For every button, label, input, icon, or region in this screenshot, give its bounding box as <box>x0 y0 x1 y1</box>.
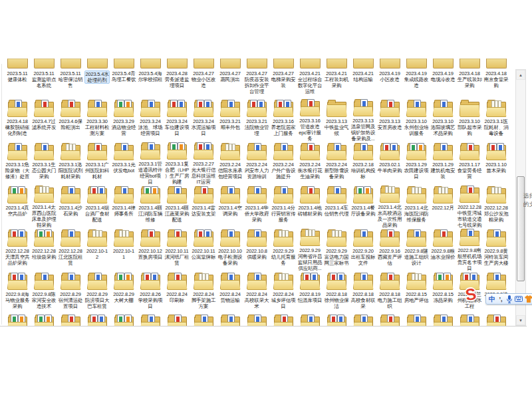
folder-item[interactable]: 2022.9.29 幼儿托育服 务 <box>270 228 297 271</box>
folder-item[interactable]: 2022.9.8粮 油水业报价 <box>430 228 456 271</box>
folder-item[interactable]: 2022.8.18 电力施工组 织 <box>376 271 403 315</box>
folder-item[interactable]: 2023.3.16 养老院居家 上门服务 <box>270 98 297 142</box>
scroll-down-arrow-icon[interactable]: ▼ <box>516 315 525 325</box>
folder-item[interactable]: 2023.2.24 信阳水库承 包经营项目 <box>217 142 243 185</box>
folder-item[interactable] <box>483 315 509 326</box>
ime-voice-button[interactable] <box>506 295 513 303</box>
folder-item[interactable]: 2023.1.4烟 台酒厂食材 配送 <box>84 185 110 228</box>
folder-item[interactable]: 2022.12.28 郑公沙发泡 棉采购 <box>483 185 509 228</box>
folder-item[interactable]: 2023.1.4丽 江蔬菜采购 配送 <box>164 185 190 228</box>
folder-item[interactable]: 2022.8.24 印刷标 <box>164 271 190 315</box>
folder-item[interactable]: 2022.8.24 货物运输 <box>217 271 243 315</box>
folder-item[interactable]: 2023.3.1光 伏发电bot <box>110 142 137 185</box>
folder-item[interactable] <box>270 315 297 326</box>
folder-item[interactable] <box>217 315 243 326</box>
folder-item[interactable]: 2023.5.4水 处理药剂 <box>84 59 110 98</box>
folder-item[interactable]: 2022.9.29 河南省许昌 监狱日用品 供应站商... <box>297 228 323 271</box>
folder-item[interactable] <box>403 315 430 326</box>
folder-item[interactable]: 2023.4.28 劳务派遣监 理项目 <box>164 59 190 98</box>
folder-item[interactable] <box>456 315 483 326</box>
folder-item[interactable]: 2023.1.29 农田建设项 目 <box>403 142 430 185</box>
ime-button-bar[interactable]: 中 ’, <box>485 293 532 305</box>
folder-item[interactable] <box>4 315 31 326</box>
folder-item[interactable] <box>31 315 57 326</box>
folder-item[interactable]: 2023.1.4太 原西山医院 床单及护理 鞋采购 <box>31 185 57 228</box>
folder-item[interactable]: 2022.9.8隧 道施工组织 设计 <box>403 228 430 271</box>
folder-item[interactable]: 2023.1.10 苗木采购 <box>483 142 509 185</box>
folder-item[interactable] <box>376 315 403 326</box>
folder-item[interactable]: 2022.10.8 供暖采购 <box>243 228 270 271</box>
folder-item[interactable] <box>350 315 376 326</box>
folder-item[interactable]: 2022.10.11 漯河纸厂租 赁 <box>164 228 190 271</box>
folder-item[interactable]: 2022.9.8陈 家河安全改 造技术 <box>31 271 57 315</box>
folder-item[interactable]: 2023.1.4丽 江消防车辆 维修 <box>137 185 164 228</box>
sogou-logo-icon[interactable]: S <box>464 285 478 305</box>
folder-item[interactable]: 2023.1.4真 空共晶炉 <box>4 185 31 228</box>
folder-item[interactable]: 2023.3.16 管道改造 epc审计服 务 <box>297 98 323 142</box>
folder-item[interactable]: 2022.8.18 徐州物业保 洁 <box>323 271 350 315</box>
folder-item[interactable]: 2023.3.24 水泥运输项 目 <box>190 98 217 142</box>
folder-item[interactable]: 2022.12.28 江北医院租 赁 <box>57 228 84 271</box>
folder-item[interactable]: 2023.2.18 培训机构投 标 <box>350 142 376 185</box>
folder-item[interactable]: 2023.3.21 法院物业管 理 <box>243 98 270 142</box>
folder-item[interactable] <box>84 315 110 326</box>
folder-item[interactable]: 2022.9.16 西藏资产评 估 <box>376 228 403 271</box>
folder-item[interactable]: 2023.3.10 洛阳玻璃艺 术品采购 <box>430 98 456 142</box>
folder-item[interactable]: 2022.8.19 恒温库项目 <box>297 271 323 315</box>
folder-item[interactable]: 2022.12.28 垃圾袋采购 <box>31 228 57 271</box>
folder-item[interactable]: 2023.4.21 全过程综合 数字化平台 运维 <box>297 59 323 98</box>
folder-item[interactable]: 2023.5.11 哈密保洁销 售 <box>57 59 84 98</box>
ime-keyboard-button[interactable] <box>515 295 523 303</box>
folder-item[interactable] <box>190 315 217 326</box>
folder-item[interactable]: 2023.1.4地 砖辅材采购 <box>297 185 323 228</box>
ime-toolbar[interactable]: S 中 ’, <box>462 285 532 309</box>
folder-item[interactable]: 2023.02.1 牛羊肉采购 <box>376 142 403 185</box>
ime-chinese-mode-button[interactable]: 中 <box>489 295 495 303</box>
folder-item[interactable]: 2023.4.27 电梯采购安 装 <box>270 59 297 98</box>
folder-item[interactable] <box>110 315 137 326</box>
folder-item[interactable]: 2023.4.19 小区改造 <box>376 59 403 98</box>
folder-item[interactable]: 2022.8.24 高校联采大 米 <box>243 271 270 315</box>
ime-punctuation-button[interactable]: ’, <box>497 295 504 303</box>
folder-item[interactable]: 2023.3.1广 州医院妇科 耗材 <box>84 142 110 185</box>
folder-item[interactable]: 2023.3.1洛 阳医院试剂 耗材采购 <box>57 142 84 185</box>
folder-item[interactable]: 2023.3.10 部队超市采 购 <box>456 98 483 142</box>
folder-item[interactable]: 2023.4.27 防疫器安装 拆卸作业平 台管理 <box>243 59 270 98</box>
folder-item[interactable]: 2023.4.21 工程装卸机 采购 <box>323 59 350 98</box>
folder-item[interactable] <box>57 315 84 326</box>
folder-item[interactable]: 2022.8.18 高校食材联 采 <box>350 271 376 315</box>
folder-item[interactable]: 2023.1.4律 师事务所 <box>110 185 137 228</box>
folder-item[interactable]: 2023.4.27 物业小区改 造 <box>190 59 217 98</box>
folder-item[interactable]: 2022.10.10 电子检测设 备采购 <box>217 228 243 271</box>
folder-item[interactable]: 2023.3.13 温泉管网及 锅炉加热设 备采购及... <box>350 98 376 142</box>
folder-item[interactable]: 2022.8.24 城乡评估项 目 <box>270 271 297 315</box>
folder-item[interactable]: 2023.1.4车 位销售代理 <box>323 185 350 228</box>
folder-item[interactable]: 2023.5.4青 岛理工餐饮 <box>110 59 137 98</box>
folder-item[interactable]: 2023.2.24 新型除雪设 备采购 <box>323 142 350 185</box>
folder-item[interactable]: 2023.3.24 车位建设项 目 <box>164 98 190 142</box>
folder-item[interactable]: 2023.3.1管 道通讯特许 经营bot项 目 <box>137 142 164 185</box>
folder-item[interactable]: 2023.4.6保 险柜演出 <box>57 98 84 142</box>
folder-item[interactable]: 2023.4.18 生产线装卸 采购 <box>456 59 483 98</box>
folder-item[interactable]: 2023.4.18 橡胶脱硝催 化剂制造 <box>4 98 31 142</box>
folder-item[interactable]: 2023.2.27 光大银行信 息科技运维 IT运营 <box>190 142 217 185</box>
folder-item[interactable]: 2022.9.29 富达电力国 网三家标书 <box>323 228 350 271</box>
folder-item[interactable]: 2023.4.21 结构运输 <box>350 59 376 98</box>
folder-item[interactable]: 2023.1.17 食堂劳务经 营 <box>456 142 483 185</box>
folder-item[interactable]: 2022.12.28 天津真空共 晶炉采购 <box>4 228 31 271</box>
folder-item[interactable]: 2023.3.24 泳池、球场 经营项目 <box>137 98 164 142</box>
folder-item[interactable]: 2023.2.24 武安市人力 资源培训 <box>243 142 270 185</box>
scroll-up-arrow-icon[interactable]: ▲ <box>516 70 525 80</box>
folder-item[interactable]: 2023.5.4海 尔学校招租 <box>137 59 164 98</box>
folder-item[interactable]: 2023.4.19 电缆冷改造 <box>430 59 456 98</box>
folder-item[interactable]: 2023.3.30 工程材料检 测方案 <box>84 98 110 142</box>
folder-item[interactable]: 2023.1.29 建筑机电安 装 <box>430 142 456 185</box>
folder-item[interactable]: 2023.3.1复 合肥（LHP ）生产厂房 购建 <box>164 142 190 185</box>
folder-item[interactable]: 2023.4.27 惠民演出 <box>217 59 243 98</box>
folder-item[interactable]: 2023.1.4北 海医院消防 维保服务 <box>403 185 430 228</box>
folder-item[interactable]: 2022.8.15 房地产评估 <box>403 271 430 315</box>
folder-item[interactable]: 2022.12月 <box>430 185 456 228</box>
folder-item[interactable]: 2023.2.24 户外广告设 施提升 <box>270 142 297 185</box>
folder-item[interactable]: 2022.8.24 脚手架施工 方案 <box>190 271 217 315</box>
folder-item[interactable]: 2023.3.1生 态公园大门 采购 <box>31 142 57 185</box>
